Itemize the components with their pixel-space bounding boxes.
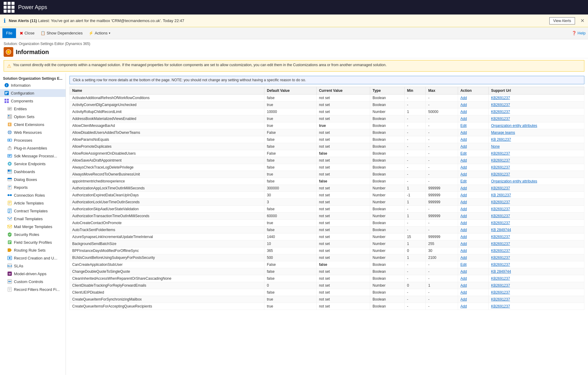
support-url-link[interactable]: KB2691237 — [491, 304, 510, 308]
cell-action[interactable]: Add — [458, 289, 488, 296]
action-link[interactable]: Add — [460, 249, 467, 253]
support-url-link[interactable]: Manage teams — [491, 130, 515, 135]
action-link[interactable]: Add — [460, 269, 467, 274]
sidebar-item-mail-merge-templates[interactable]: Mail Merge Templates — [0, 223, 66, 230]
table-row[interactable]: ActivityRollupChildRecordLimit 10000 not… — [70, 108, 584, 115]
actions-button[interactable]: ⚡ Actions ▾ — [86, 30, 113, 37]
action-link[interactable]: Add — [460, 186, 467, 190]
action-link[interactable]: Add — [460, 130, 467, 135]
cell-action[interactable]: Edit — [458, 122, 488, 129]
action-link[interactable]: Add — [460, 172, 467, 176]
table-row[interactable]: AuthorizationLockUserTimeOutInSeconds 3 … — [70, 199, 584, 206]
support-url-link[interactable]: None — [491, 144, 500, 149]
cell-url[interactable]: Manage teams — [489, 129, 584, 136]
cell-action[interactable]: Add — [458, 296, 488, 303]
table-row[interactable]: AlwaysMoveRecordToOwnerBusinessUnit true… — [70, 171, 584, 178]
table-row[interactable]: ActivityConvertDlgCampaignUnchecked true… — [70, 101, 584, 108]
alert-close-icon[interactable]: ✕ — [580, 18, 584, 24]
cell-url[interactable]: KB2691237 — [489, 150, 584, 157]
action-link[interactable]: Add — [460, 110, 467, 114]
table-row[interactable]: ClientDisableTrackingForReplyForwardEmai… — [70, 282, 584, 289]
support-url-link[interactable]: KB2691237 — [491, 110, 510, 114]
sidebar-item-client-extensions[interactable]: E Client Extensions — [0, 121, 66, 128]
cell-action[interactable]: Edit — [458, 178, 488, 185]
action-link[interactable]: Add — [460, 276, 467, 281]
action-link[interactable]: Add — [460, 117, 467, 121]
sidebar-item-processes[interactable]: Processes — [0, 136, 66, 144]
table-row[interactable]: AuthorizationAppLockTimeOutInMilliSecond… — [70, 185, 584, 192]
action-link[interactable]: Edit — [460, 151, 467, 156]
action-link[interactable]: Add — [460, 165, 467, 169]
cell-url[interactable]: KB2691237 — [489, 233, 584, 240]
file-button[interactable]: File — [2, 28, 16, 38]
cell-url[interactable]: KB2691237 — [489, 289, 584, 296]
cell-url[interactable]: KB 2691237 — [489, 192, 584, 199]
table-row[interactable]: BackgroundSendBatchSize 10 not set Numbe… — [70, 240, 584, 247]
table-row[interactable]: CanCreateApplicationStubUser False false… — [70, 261, 584, 268]
cell-url[interactable]: KB2691237 — [489, 108, 584, 115]
cell-action[interactable]: Add — [458, 192, 488, 199]
sidebar-item-configuration[interactable]: Configuration — [0, 89, 66, 97]
sidebar-item-model-driven-apps[interactable]: M Model-driven Apps — [0, 270, 66, 278]
cell-url[interactable]: KB2691237 — [489, 303, 584, 310]
cell-url[interactable]: KB2691237 — [489, 275, 584, 282]
close-button[interactable]: ✖ Close — [17, 30, 37, 37]
sidebar-item-web-resources[interactable]: Web Resources — [0, 128, 66, 136]
cell-action[interactable]: Add — [458, 213, 488, 220]
action-link[interactable]: Add — [460, 137, 467, 142]
support-url-link[interactable]: KB2691237 — [491, 103, 510, 107]
support-url-link[interactable]: KB2691237 — [491, 283, 510, 288]
cell-url[interactable]: KB 2849744 — [489, 227, 584, 233]
cell-action[interactable]: Add — [458, 157, 488, 164]
action-link[interactable]: Edit — [460, 179, 467, 183]
support-url-link[interactable]: KB2691237 — [491, 256, 510, 260]
support-url-link[interactable]: KB2691237 — [491, 96, 510, 100]
cell-action[interactable]: Add — [458, 220, 488, 227]
action-link[interactable]: Add — [460, 207, 467, 211]
cell-action[interactable]: Add — [458, 108, 488, 115]
sidebar-item-record-creation[interactable]: Record Creation and U... — [0, 254, 66, 262]
sidebar-item-dialog-boxes[interactable]: Dialog Boxes — [0, 176, 66, 183]
cell-url[interactable]: KB2691237 — [489, 296, 584, 303]
cell-url[interactable]: KB 2849744 — [489, 268, 584, 275]
sidebar-item-field-security-profiles[interactable]: Field Security Profiles — [0, 238, 66, 246]
sidebar-item-option-sets[interactable]: Option Sets — [0, 113, 66, 121]
table-row[interactable]: AllowParamsNoEquals false not set Boolea… — [70, 136, 584, 143]
sidebar-item-information[interactable]: i Information — [0, 81, 66, 89]
cell-action[interactable]: Edit — [458, 150, 488, 157]
table-row[interactable]: ChangeDoubleQuoteToSingleQuote false not… — [70, 268, 584, 275]
cell-action[interactable]: Add — [458, 254, 488, 261]
table-row[interactable]: AuthorizationTransactionTimeOutInMilliSe… — [70, 213, 584, 220]
action-link[interactable]: Add — [460, 193, 467, 197]
cell-url[interactable]: Organization entity attributes — [489, 122, 584, 129]
cell-action[interactable]: Add — [458, 143, 488, 150]
action-link[interactable]: Edit — [460, 262, 467, 267]
action-link[interactable]: Add — [460, 144, 467, 149]
cell-url[interactable]: KB 2691237 — [489, 136, 584, 143]
support-url-link[interactable]: KB2691237 — [491, 200, 510, 204]
cell-url[interactable]: KB2691237 — [489, 240, 584, 247]
table-row[interactable]: AllowClientMessageBarAd true true Boolea… — [70, 122, 584, 129]
cell-action[interactable]: Add — [458, 206, 488, 213]
cell-url[interactable]: KB2691237 — [489, 247, 584, 254]
support-url-link[interactable]: KB 2691237 — [491, 193, 511, 197]
support-url-link[interactable]: KB2691237 — [491, 262, 510, 267]
sidebar-item-record-filters[interactable]: Record Filters Record Fi... — [0, 285, 66, 293]
support-url-link[interactable]: Organization entity attributes — [491, 179, 537, 183]
table-row[interactable]: AutoCreateContactOnPromote true not set … — [70, 220, 584, 227]
cell-url[interactable]: KB2691237 — [489, 115, 584, 122]
sidebar-item-components[interactable]: Components — [0, 97, 66, 105]
action-link[interactable]: Add — [460, 283, 467, 288]
sidebar-item-slas[interactable]: SLA SLAs — [0, 262, 66, 270]
support-url-link[interactable]: KB 2691237 — [491, 137, 511, 142]
support-url-link[interactable]: KB2691237 — [491, 235, 510, 239]
cell-action[interactable]: Add — [458, 268, 488, 275]
sidebar-item-service-endpoints[interactable]: Service Endpoints — [0, 160, 66, 168]
sidebar-item-reports[interactable]: Reports — [0, 183, 66, 191]
cell-action[interactable]: Add — [458, 136, 488, 143]
cell-url[interactable]: KB2691237 — [489, 282, 584, 289]
action-link[interactable]: Add — [460, 103, 467, 107]
help-button[interactable]: ❓ Help — [572, 31, 586, 35]
support-url-link[interactable]: KB2691237 — [491, 158, 510, 163]
cell-action[interactable]: Add — [458, 275, 488, 282]
